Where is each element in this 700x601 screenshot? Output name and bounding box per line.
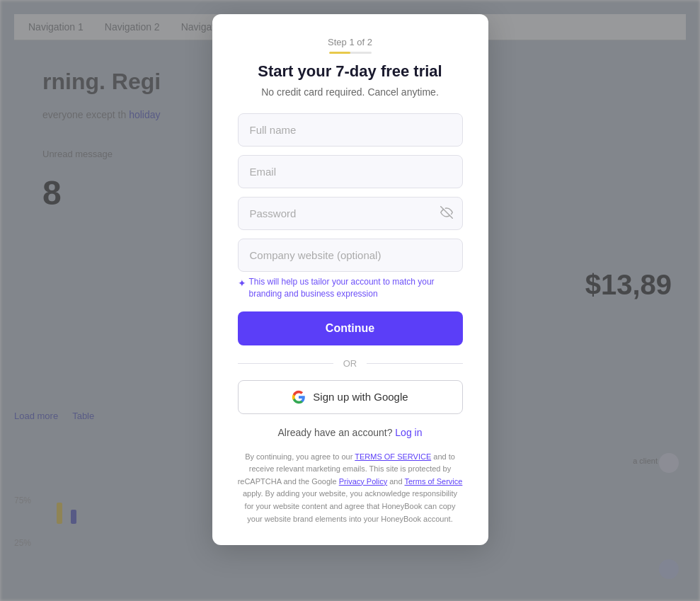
account-row: Already have an account? Log in <box>238 427 463 438</box>
password-input[interactable] <box>238 197 463 230</box>
company-section: ✦ This will help us tailor your account … <box>238 239 463 300</box>
signup-modal: Step 1 of 2 Start your 7-day free trial … <box>212 14 488 545</box>
company-hint-text: This will help us tailor your account to… <box>249 276 463 300</box>
or-divider: OR <box>238 358 463 369</box>
step-indicator: Step 1 of 2 <box>238 37 463 54</box>
modal-subtitle: No credit card required. Cancel anytime. <box>238 86 463 98</box>
or-line-right <box>367 363 462 364</box>
company-website-input[interactable] <box>238 239 463 272</box>
or-line-left <box>238 363 333 364</box>
company-hint: ✦ This will help us tailor your account … <box>238 276 463 300</box>
google-icon <box>292 390 306 404</box>
legal-text: By continuing, you agree to our TERMS OF… <box>238 451 463 526</box>
already-account-text: Already have an account? <box>278 427 393 438</box>
google-signup-button[interactable]: Sign up with Google <box>238 380 463 414</box>
email-input[interactable] <box>238 155 463 188</box>
magic-icon: ✦ <box>238 277 246 291</box>
step-bar-fill <box>329 52 350 54</box>
google-button-label: Sign up with Google <box>313 391 408 403</box>
modal-title: Start your 7-day free trial <box>238 62 463 81</box>
tos-link-1[interactable]: TERMS OF SERVICE <box>355 452 431 461</box>
continue-button[interactable]: Continue <box>238 311 463 345</box>
legal-text-1: By continuing, you agree to our <box>245 452 355 461</box>
password-wrapper <box>238 197 463 230</box>
step-label: Step 1 of 2 <box>238 37 463 47</box>
login-link[interactable]: Log in <box>395 427 422 438</box>
legal-text-4: apply. By adding your website, you ackno… <box>243 489 457 522</box>
password-toggle-icon[interactable] <box>440 206 453 222</box>
privacy-link[interactable]: Privacy Policy <box>339 477 387 486</box>
step-bar <box>329 52 372 54</box>
or-text: OR <box>343 358 357 369</box>
full-name-input[interactable] <box>238 113 463 147</box>
tos-link-2[interactable]: Terms of Service <box>404 477 462 486</box>
legal-text-3: and <box>387 477 404 486</box>
